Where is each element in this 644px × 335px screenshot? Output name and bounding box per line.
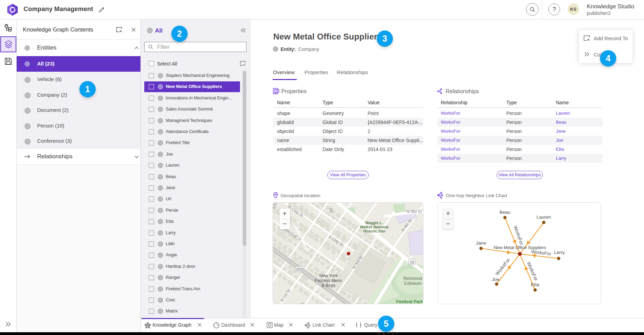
svg-text:Fashion Mens: Fashion Mens xyxy=(315,278,342,283)
svg-text:Lauren: Lauren xyxy=(536,214,551,220)
svg-text:Walker National: Walker National xyxy=(360,225,388,229)
svg-text:Richmond: Richmond xyxy=(403,276,422,281)
svg-text:WorksFor: WorksFor xyxy=(513,225,524,246)
svg-text:Festival Park: Festival Park xyxy=(396,299,423,304)
svg-text:Beau: Beau xyxy=(499,210,510,215)
svg-text:Historic Site: Historic Site xyxy=(363,229,385,233)
svg-text:N 3rd St: N 3rd St xyxy=(406,209,422,214)
svg-text:New York: New York xyxy=(319,273,338,278)
svg-text:Larry: Larry xyxy=(554,250,565,255)
svg-text:& Boys: & Boys xyxy=(321,283,335,288)
svg-text:WorksFor: WorksFor xyxy=(526,261,539,282)
svg-text:Jane: Jane xyxy=(476,240,486,246)
svg-text:33: 33 xyxy=(410,260,414,264)
svg-text:Coliseum: Coliseum xyxy=(404,281,421,286)
svg-text:Etta: Etta xyxy=(531,282,540,287)
svg-text:Joe: Joe xyxy=(492,277,499,282)
svg-text:Maggie L.: Maggie L. xyxy=(366,221,383,225)
svg-text:New Metal Office Suppliers: New Metal Office Suppliers xyxy=(494,245,546,250)
svg-text:250: 250 xyxy=(296,267,302,271)
